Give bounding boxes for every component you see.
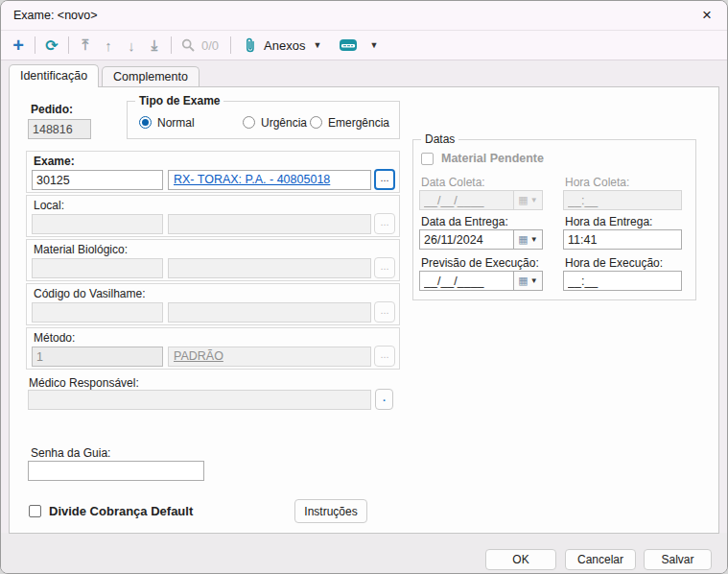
metodo-label: Método: (34, 331, 75, 345)
arrow-up-bar-icon: ⤒ (82, 36, 89, 54)
material-biologico-browse-button: ... (374, 257, 395, 278)
local-code-field (32, 214, 163, 234)
ok-button[interactable]: OK (485, 549, 556, 570)
radio-urgencia-label[interactable]: Urgência (261, 116, 307, 130)
hora-execucao-field[interactable] (563, 271, 682, 291)
instrucoes-button[interactable]: Instruções (294, 499, 367, 523)
arrow-up-icon: ↑ (105, 37, 112, 54)
identificacao-tab-page: Pedido: Tipo de Exame Normal Urgência Em… (9, 86, 719, 534)
paperclip-icon (245, 37, 256, 54)
data-entrega-calendar-button[interactable]: ▦▼ (513, 229, 543, 250)
data-entrega-field[interactable] (419, 229, 514, 250)
record-counter: 0/0 (201, 38, 219, 53)
local-name-field (168, 214, 371, 234)
codigo-vasilhame-code-field (32, 302, 163, 323)
toolbar-separator (68, 36, 69, 54)
previsao-execucao-calendar-button[interactable]: ▦▼ (513, 271, 543, 291)
tipo-exame-group: Tipo de Exame Normal Urgência Emergência (127, 101, 400, 139)
codigo-vasilhame-browse-button: ... (374, 301, 395, 323)
exame-label: Exame: (34, 155, 75, 168)
close-icon[interactable]: × (694, 4, 719, 27)
chevron-down-icon: ▼ (530, 196, 538, 204)
toolbar-separator (35, 36, 35, 54)
codigo-vasilhame-label: Código do Vasilhame: (34, 287, 146, 300)
metodo-name-link: PADRÃO (174, 349, 223, 363)
metodo-browse-button: ... (374, 346, 395, 367)
toolbar-separator (171, 36, 172, 54)
radio-emergencia-label[interactable]: Emergência (328, 116, 389, 130)
previous-record-button: ↑ (97, 34, 120, 57)
last-record-button: ⤓ (143, 34, 166, 57)
exame-name-link[interactable]: RX- TORAX: P.A. - 40805018 (174, 173, 330, 186)
cancelar-button[interactable]: Cancelar (565, 549, 636, 570)
radio-normal-label[interactable]: Normal (157, 116, 195, 130)
tab-identificacao[interactable]: Identificação (9, 64, 99, 87)
hora-coleta-field (563, 190, 682, 210)
senha-guia-field[interactable] (28, 461, 204, 481)
medico-responsavel-field (28, 390, 371, 410)
hora-execucao-label: Hora de Execução: (565, 256, 663, 270)
calendar-icon: ▦ (518, 275, 528, 286)
anexos-button[interactable] (243, 34, 258, 57)
previsao-execucao-field[interactable] (419, 271, 514, 291)
anexos-dropdown-icon[interactable]: ▼ (313, 40, 321, 50)
exame-group: Exame: RX- TORAX: P.A. - 40805018 ... (26, 151, 400, 193)
chevron-down-icon: ▼ (530, 276, 538, 285)
plus-icon: + (12, 36, 24, 55)
footer-bar: OK Cancelar Salvar (1, 533, 727, 573)
metodo-group: Método: PADRÃO ... (26, 327, 400, 370)
add-button[interactable]: + (7, 34, 30, 57)
radio-normal[interactable] (139, 116, 152, 129)
calendar-icon: ▦ (518, 234, 528, 245)
divide-cobranca-checkbox[interactable] (29, 505, 41, 517)
pedido-label: Pedido: (31, 103, 73, 116)
exame-name-field: RX- TORAX: P.A. - 40805018 (168, 170, 371, 190)
chevron-down-icon: ▼ (530, 235, 538, 244)
radio-emergencia[interactable] (310, 116, 322, 129)
metodo-code-field (32, 347, 163, 367)
material-biologico-name-field (168, 258, 371, 278)
data-coleta-calendar-button: ▦▼ (513, 190, 543, 210)
toolbar-separator (230, 36, 231, 54)
print-dropdown-icon[interactable]: ▼ (369, 40, 378, 50)
exame-browse-button[interactable]: ... (374, 169, 395, 190)
first-record-button: ⤒ (74, 34, 97, 57)
previsao-execucao-label: Previsão de Execução: (421, 256, 539, 270)
data-coleta-label: Data Coleta: (421, 176, 485, 189)
search-icon (181, 38, 195, 52)
material-biologico-group: Material Biológico: ... (26, 239, 400, 281)
metodo-name-field: PADRÃO (168, 347, 371, 367)
arrow-down-icon: ↓ (128, 37, 135, 54)
local-label: Local: (34, 199, 64, 212)
divide-cobranca-label[interactable]: Divide Cobrança Default (49, 504, 193, 518)
data-entrega-label: Data da Entrega: (421, 215, 508, 228)
refresh-button[interactable]: ⟳ (40, 34, 63, 57)
anexos-label[interactable]: Anexos (264, 38, 305, 53)
material-pendente-checkbox (421, 153, 434, 165)
title-bar: Exame: <novo> × (1, 1, 727, 31)
local-group: Local: ... (26, 195, 400, 237)
tab-complemento[interactable]: Complemento (102, 66, 200, 86)
material-pendente-label: Material Pendente (441, 152, 544, 165)
codigo-vasilhame-group: Código do Vasilhame: ... (26, 283, 400, 325)
data-coleta-field (419, 190, 514, 210)
senha-guia-label: Senha da Guia: (31, 446, 110, 460)
radio-urgencia[interactable] (243, 116, 255, 129)
hora-entrega-label: Hora da Entrega: (565, 215, 652, 228)
medico-responsavel-label: Médico Responsável: (29, 376, 139, 390)
next-record-button: ↓ (120, 34, 143, 57)
print-button[interactable] (337, 34, 360, 57)
refresh-icon: ⟳ (45, 36, 58, 55)
datas-legend: Datas (421, 132, 458, 146)
salvar-button[interactable]: Salvar (644, 549, 712, 570)
pedido-field (28, 119, 91, 139)
hora-entrega-field[interactable] (563, 229, 682, 250)
material-biologico-code-field (32, 258, 163, 278)
local-browse-button: ... (374, 213, 395, 234)
exam-dialog-window: Exame: <novo> × + ⟳ ⤒ ↑ ↓ ⤓ 0/0 Anexos ▼ (0, 0, 728, 574)
printer-icon (339, 38, 358, 52)
toolbar: + ⟳ ⤒ ↑ ↓ ⤓ 0/0 Anexos ▼ (1, 31, 727, 60)
codigo-vasilhame-name-field (168, 302, 371, 323)
medico-browse-button[interactable]: . (375, 389, 393, 410)
exame-code-field[interactable] (32, 170, 163, 190)
